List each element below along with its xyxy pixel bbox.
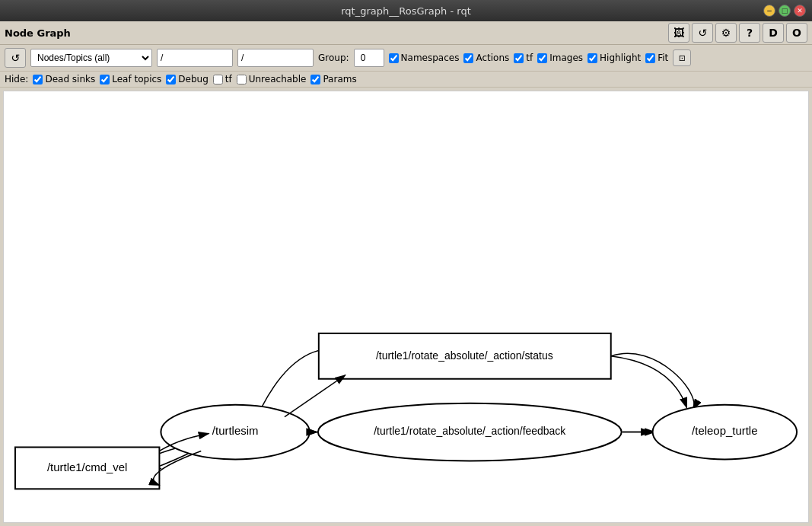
node-turtlesim-label: /turtlesim (212, 424, 259, 437)
panel-title: Node Graph (5, 27, 71, 39)
group-label: Group: (318, 53, 349, 63)
dead-sinks-checkbox-label[interactable]: Dead sinks (33, 74, 95, 84)
main-window: Node Graph 🖼 ↺ ⚙ ? D O ↺ Nodes/Topics (a… (0, 21, 812, 526)
leaf-topics-label: Leaf topics (112, 74, 161, 84)
images-label: Images (549, 53, 583, 63)
hide-label: Hide: (5, 74, 28, 84)
filter1-input[interactable] (157, 49, 233, 67)
group-spinbox[interactable] (354, 49, 384, 67)
highlight-label: Highlight (600, 53, 641, 63)
minimize-button[interactable]: − (763, 5, 775, 17)
images-checkbox[interactable] (537, 53, 547, 63)
actions-checkbox[interactable] (463, 53, 473, 63)
graph-canvas[interactable]: /turtle1/rotate_absolute/_action/status … (3, 91, 809, 523)
fit-checkbox-label[interactable]: Fit (645, 53, 668, 63)
leaf-topics-checkbox-label[interactable]: Leaf topics (100, 74, 161, 84)
unreachable-label: Unreachable (249, 74, 307, 84)
params-label: Params (323, 74, 356, 84)
settings-btn[interactable]: ⚙ (715, 23, 737, 43)
tf2-checkbox-label[interactable]: tf (213, 74, 232, 84)
title-bar: rqt_graph__RosGraph - rqt − □ ✕ (0, 0, 812, 21)
debug-checkbox-label[interactable]: Debug (166, 74, 208, 84)
node-teleop-label: /teleop_turtle (692, 424, 757, 437)
help-btn[interactable]: ? (739, 23, 760, 43)
doc-btn[interactable]: D (763, 23, 784, 43)
tf2-label: tf (225, 74, 232, 84)
namespaces-checkbox[interactable] (389, 53, 399, 63)
tf-checkbox[interactable] (514, 53, 524, 63)
fit-action-btn[interactable]: ⊡ (673, 49, 691, 66)
edge-status-teleop (611, 353, 694, 409)
tf2-checkbox[interactable] (213, 75, 223, 84)
graph-svg: /turtle1/rotate_absolute/_action/status … (4, 91, 808, 522)
refresh-btn[interactable]: ↺ (692, 23, 713, 43)
dead-sinks-checkbox[interactable] (33, 75, 43, 84)
unreachable-checkbox-label[interactable]: Unreachable (237, 74, 307, 84)
dead-sinks-label: Dead sinks (45, 74, 95, 84)
fit-label: Fit (658, 53, 668, 63)
reload-btn[interactable]: ↺ (5, 48, 26, 68)
actions-checkbox-label[interactable]: Actions (463, 53, 509, 63)
namespaces-label: Namespaces (401, 53, 460, 63)
namespaces-checkbox-label[interactable]: Namespaces (389, 53, 460, 63)
params-checkbox-label[interactable]: Params (310, 74, 356, 84)
debug-label: Debug (178, 74, 208, 84)
display-dropdown[interactable]: Nodes/Topics (all) Nodes only Nodes/Topi… (30, 49, 152, 67)
fit-checkbox[interactable] (645, 53, 655, 63)
maximize-button[interactable]: □ (779, 5, 791, 17)
node-cmdvel-label: /turtle1/cmd_vel (47, 461, 127, 473)
window-title: rqt_graph__RosGraph - rqt (341, 5, 471, 17)
edge-ts-status (285, 375, 345, 417)
close-button[interactable]: ✕ (794, 5, 806, 17)
unreachable-checkbox[interactable] (237, 75, 247, 84)
images-checkbox-label[interactable]: Images (537, 53, 583, 63)
leaf-topics-checkbox[interactable] (100, 75, 110, 84)
edge-status-teleop2 (611, 356, 687, 408)
debug-checkbox[interactable] (166, 75, 176, 84)
node-status-label: /turtle1/rotate_absolute/_action/status (376, 349, 553, 362)
open-btn[interactable]: O (786, 23, 807, 43)
actions-label: Actions (476, 53, 509, 63)
tf-label: tf (526, 53, 533, 63)
window-controls: − □ ✕ (763, 5, 806, 17)
node-feedback-label: /turtle1/rotate_absolute/_action/feedbac… (374, 425, 565, 437)
highlight-checkbox-label[interactable]: Highlight (588, 53, 641, 63)
highlight-checkbox[interactable] (588, 53, 597, 63)
controls-row1: ↺ Nodes/Topics (all) Nodes only Nodes/To… (0, 45, 812, 72)
screenshot-btn[interactable]: 🖼 (668, 23, 689, 43)
tf-checkbox-label[interactable]: tf (514, 53, 533, 63)
controls-row2: Hide: Dead sinks Leaf topics Debug tf Un… (0, 72, 812, 88)
filter2-input[interactable] (237, 49, 314, 67)
params-checkbox[interactable] (310, 75, 320, 84)
